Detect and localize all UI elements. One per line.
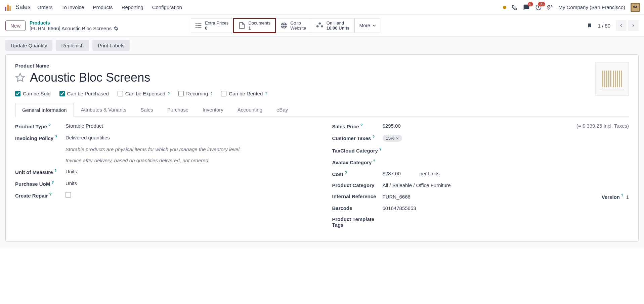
product-name[interactable]: Acoustic Bloc Screens <box>30 71 150 85</box>
documents-button[interactable]: Documents1 <box>233 18 275 33</box>
svg-point-13 <box>196 27 197 28</box>
svg-rect-1 <box>7 5 9 11</box>
help-icon[interactable]: ? <box>48 123 51 127</box>
update-quantity-button[interactable]: Update Quantity <box>5 40 52 51</box>
menu-to-invoice[interactable]: To Invoice <box>61 4 84 10</box>
action-bar: Update Quantity Replenish Print Labels <box>0 36 644 54</box>
clock-badge: 35 <box>538 2 545 6</box>
version-value[interactable]: 1 <box>626 194 629 200</box>
help-icon[interactable]: ? <box>265 92 267 96</box>
product-type-value[interactable]: Storable Product <box>66 123 312 129</box>
tab-general-information[interactable]: General Information <box>15 103 74 117</box>
tax-tag[interactable]: 15%× <box>383 135 402 142</box>
phone-icon[interactable] <box>512 4 518 10</box>
onhand-button[interactable]: On Hand16.00 Units <box>311 18 355 33</box>
gear-icon[interactable] <box>114 26 119 31</box>
caret-down-icon <box>373 24 376 27</box>
can-be-purchased-checkbox[interactable]: Can be Purchased <box>59 91 109 96</box>
uom-value[interactable]: Units <box>66 169 312 175</box>
can-be-expensed-checkbox[interactable]: Can be Expensed? <box>118 91 170 96</box>
product-category-value[interactable]: All / Saleable / Office Furniture <box>383 182 629 188</box>
cost-per: per Units <box>420 171 440 176</box>
svg-point-12 <box>196 25 197 26</box>
svg-rect-2 <box>9 6 11 11</box>
tab-purchase[interactable]: Purchase <box>160 102 196 117</box>
tab-inventory[interactable]: Inventory <box>196 102 230 117</box>
taxcloud-value[interactable] <box>383 147 629 154</box>
avatax-value[interactable] <box>383 159 629 165</box>
internal-reference-value[interactable]: FURN_6666 <box>383 194 411 200</box>
goto-website-button[interactable]: Go toWebsite <box>275 18 311 33</box>
boxes-icon <box>316 21 324 30</box>
product-image[interactable] <box>595 62 629 96</box>
more-label: More <box>359 23 370 28</box>
help-icon[interactable]: ? <box>51 180 54 184</box>
can-be-rented-checkbox[interactable]: Can be Rented? <box>221 91 267 96</box>
tab-sales[interactable]: Sales <box>133 102 160 117</box>
hint-text: Storable products are physical items for… <box>66 146 254 152</box>
help-icon[interactable]: ? <box>360 123 363 127</box>
tab-attributes-variants[interactable]: Attributes & Variants <box>74 102 134 117</box>
invoicing-policy-label: Invoicing Policy <box>15 135 53 141</box>
nav-right: 6 35 My Company (San Francisco) <box>503 3 640 12</box>
purchase-uom-value[interactable]: Units <box>66 180 312 187</box>
help-icon[interactable]: ? <box>55 135 57 139</box>
new-button[interactable]: New <box>5 20 26 31</box>
help-icon[interactable]: ? <box>168 92 170 96</box>
breadcrumb-parent[interactable]: Products <box>30 20 119 26</box>
tools-icon[interactable] <box>547 4 553 10</box>
taxcloud-label: TaxCloud Category <box>332 148 378 154</box>
purchase-uom-label: Purchase UoM <box>15 181 50 187</box>
bookmark-icon[interactable] <box>587 22 592 29</box>
favorite-star-icon[interactable] <box>15 73 25 83</box>
help-icon[interactable]: ? <box>373 159 376 163</box>
pager-text[interactable]: 1 / 80 <box>598 23 610 29</box>
menu-products[interactable]: Products <box>93 4 113 10</box>
menu-reporting[interactable]: Reporting <box>122 4 143 10</box>
help-icon[interactable]: ? <box>379 147 382 151</box>
clock-icon[interactable]: 35 <box>535 4 542 11</box>
remove-tag-icon[interactable]: × <box>396 136 399 141</box>
main-menu: Orders To Invoice Products Reporting Con… <box>37 4 182 10</box>
extra-prices-button[interactable]: Extra Prices0 <box>190 18 233 33</box>
help-icon[interactable]: ? <box>345 171 347 175</box>
recurring-checkbox[interactable]: Recurring? <box>178 91 212 96</box>
sales-price-value[interactable]: $295.00 <box>383 123 401 129</box>
create-repair-checkbox[interactable] <box>66 192 71 198</box>
product-tags-value[interactable] <box>383 216 629 228</box>
tabs: General Information Attributes & Variant… <box>15 102 629 117</box>
can-be-sold-checkbox[interactable]: Can be Sold <box>15 91 51 96</box>
help-icon[interactable]: ? <box>49 192 52 196</box>
print-labels-button[interactable]: Print Labels <box>92 40 130 51</box>
chat-badge: 6 <box>528 2 533 6</box>
help-icon[interactable]: ? <box>54 169 57 173</box>
tab-ebay[interactable]: eBay <box>269 102 295 117</box>
list-icon <box>195 22 202 29</box>
chat-icon[interactable]: 6 <box>523 4 530 11</box>
help-icon[interactable]: ? <box>621 193 623 198</box>
goto-label-1: Go to <box>290 20 306 26</box>
cost-value[interactable]: $287.00 <box>383 171 420 176</box>
help-icon[interactable]: ? <box>372 135 375 139</box>
more-button[interactable]: More <box>355 18 381 33</box>
svg-rect-19 <box>608 71 609 87</box>
svg-rect-24 <box>619 71 620 87</box>
menu-orders[interactable]: Orders <box>37 4 53 10</box>
app-name[interactable]: Sales <box>15 4 31 11</box>
avatax-label: Avatax Category <box>332 160 372 165</box>
menu-configuration[interactable]: Configuration <box>152 4 182 10</box>
pager-prev-button[interactable] <box>616 20 627 31</box>
barcode-value[interactable]: 601647855653 <box>383 205 629 211</box>
product-type-label: Product Type <box>15 124 47 129</box>
help-icon[interactable]: ? <box>210 92 212 96</box>
stat-buttons: Extra Prices0 Documents1 Go toWebsite On… <box>190 18 381 33</box>
company-selector[interactable]: My Company (San Francisco) <box>559 4 625 10</box>
tab-accounting[interactable]: Accounting <box>230 102 269 117</box>
pager-next-button[interactable] <box>628 20 639 31</box>
product-options: Can be Sold Can be Purchased Can be Expe… <box>15 91 629 96</box>
svg-rect-17 <box>604 71 605 87</box>
replenish-button[interactable]: Replenish <box>56 40 89 51</box>
invoicing-policy-value[interactable]: Delivered quantities <box>66 135 312 141</box>
user-avatar[interactable] <box>631 3 640 12</box>
svg-rect-23 <box>617 71 618 87</box>
